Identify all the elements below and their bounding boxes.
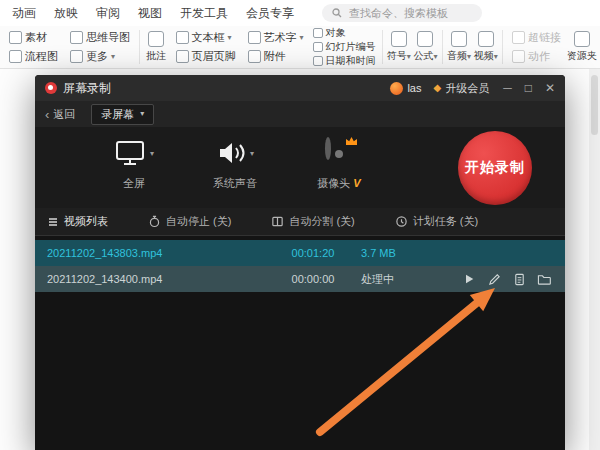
recorder-titlebar: 屏幕录制 las ◆ 升级会员 ─ □ ✕ — [35, 75, 565, 101]
vertical-scrollbar[interactable] — [589, 69, 600, 450]
file-button[interactable] — [511, 271, 527, 287]
delete-button[interactable] — [561, 271, 565, 287]
mindmap-icon — [70, 31, 83, 44]
chevron-down-icon: ▾ — [300, 34, 304, 42]
video-row-selected[interactable]: 20211202_143803.mp4 00:01:20 3.7 MB — [35, 240, 565, 266]
formula-icon — [417, 31, 433, 47]
play-button[interactable] — [461, 271, 477, 287]
ribbon-formula-button[interactable]: 公式▾ — [412, 27, 439, 67]
ribbon-material-button[interactable]: 素材 — [6, 29, 61, 46]
tab-video-list[interactable]: 视频列表 — [47, 214, 108, 229]
tab-auto-stop[interactable]: 自动停止 (关) — [148, 214, 231, 229]
slide-number-icon — [313, 42, 323, 52]
start-record-button[interactable]: 开始录制 — [458, 131, 532, 205]
close-button[interactable]: ✕ — [545, 82, 555, 94]
tab-scheduled-task[interactable]: 计划任务 (关) — [395, 214, 478, 229]
menu-devtools[interactable]: 开发工具 — [180, 5, 228, 22]
ribbon-attachment-button[interactable]: 附件 — [245, 48, 307, 65]
chevron-down-icon: ▾ — [228, 34, 232, 42]
recorder-options: ▾ 全屏 ▾ 系统声音 — [35, 128, 565, 208]
record-mode-dropdown[interactable]: 录屏幕 ▾ — [91, 104, 154, 125]
ribbon-flowchart-button[interactable]: 流程图 — [6, 48, 61, 65]
action-icon — [512, 50, 525, 63]
recorder-logo-icon — [45, 82, 57, 94]
ribbon-datetime-button[interactable]: 日期和时间 — [313, 55, 376, 67]
scrollbar-thumb[interactable] — [591, 75, 598, 135]
speaker-icon — [216, 140, 246, 166]
trash-icon — [563, 273, 566, 286]
video-list: 20211202_143803.mp4 00:01:20 3.7 MB 2021… — [35, 236, 565, 450]
ribbon-textbox-button[interactable]: 文本框 ▾ — [173, 29, 239, 46]
list-icon — [47, 216, 59, 228]
ribbon-video-button[interactable]: 视频▾ — [472, 27, 499, 67]
tab-auto-split[interactable]: 自动分割 (关) — [271, 214, 354, 229]
brand-text: las — [407, 82, 421, 94]
gem-icon: ◆ — [433, 83, 441, 93]
brand-badge: las — [390, 82, 421, 95]
ribbon-symbol-button[interactable]: 符号▾ — [385, 27, 412, 67]
resources-folder-icon — [574, 31, 590, 47]
ribbon-mindmap-button[interactable]: 思维导图 — [67, 29, 133, 46]
menu-slideshow[interactable]: 放映 — [54, 5, 78, 22]
video-duration: 00:01:20 — [265, 247, 361, 259]
camera-option[interactable]: 摄像头 V — [297, 140, 381, 191]
textbox-icon — [176, 31, 189, 44]
datetime-icon — [313, 56, 323, 66]
system-sound-option[interactable]: ▾ 系统声音 — [193, 140, 277, 191]
search-input[interactable] — [347, 6, 471, 20]
minimize-button[interactable]: ─ — [503, 82, 512, 94]
ribbon-object-button[interactable]: 对象 — [313, 27, 376, 39]
ribbon-comment-button[interactable]: 批注 — [143, 27, 170, 67]
vip-crown-icon — [345, 136, 358, 146]
recorder-navbar: ‹ 返回 录屏幕 ▾ — [35, 101, 565, 128]
vip-mark: V — [353, 177, 360, 189]
symbol-icon — [391, 31, 407, 47]
upgrade-membership-button[interactable]: ◆ 升级会员 — [433, 81, 489, 96]
maximize-button[interactable]: □ — [525, 82, 532, 94]
ribbon-divider — [382, 30, 383, 64]
pencil-icon — [488, 273, 501, 286]
ribbon-audio-button[interactable]: 音频▾ — [446, 27, 473, 67]
ribbon-divider — [442, 30, 443, 64]
flowchart-icon — [9, 50, 22, 63]
comment-icon — [148, 31, 164, 47]
menu-review[interactable]: 审阅 — [96, 5, 120, 22]
video-status: 处理中 — [361, 272, 461, 287]
clock-icon — [395, 215, 408, 228]
video-row[interactable]: 20211202_143400.mp4 00:00:00 处理中 — [35, 266, 565, 292]
menu-view[interactable]: 视图 — [138, 5, 162, 22]
play-icon — [463, 273, 475, 285]
video-icon — [478, 31, 494, 47]
recorder-title: 屏幕录制 — [63, 80, 111, 97]
menu-animation[interactable]: 动画 — [12, 5, 36, 22]
edit-button[interactable] — [486, 271, 502, 287]
file-icon — [513, 273, 526, 286]
attachment-icon — [248, 50, 261, 63]
fullscreen-option[interactable]: ▾ 全屏 — [95, 140, 173, 191]
screen-recorder-window: 屏幕录制 las ◆ 升级会员 ─ □ ✕ ‹ 返回 录屏幕 — [35, 75, 565, 450]
ribbon-resources-button[interactable]: 资源夹 — [567, 27, 597, 67]
video-filename: 20211202_143400.mp4 — [35, 273, 265, 285]
back-button[interactable]: ‹ 返回 — [45, 107, 75, 122]
ribbon-hyperlink-button[interactable]: 超链接 — [509, 29, 564, 46]
chevron-down-icon: ▾ — [140, 110, 144, 118]
ribbon-toolbar: 素材 流程图 思维导图 更多 ▾ 批注 — [0, 26, 600, 69]
ribbon-wordart-button[interactable]: 艺术字 ▾ — [245, 29, 307, 46]
ribbon-header-footer-button[interactable]: 页眉页脚 — [173, 48, 239, 65]
brand-flame-icon — [390, 82, 403, 95]
chevron-down-icon: ▾ — [250, 150, 254, 158]
more-icon — [70, 50, 83, 63]
chevron-left-icon: ‹ — [45, 108, 49, 121]
chevron-down-icon: ▾ — [407, 52, 411, 61]
chevron-down-icon: ▾ — [467, 52, 471, 61]
split-icon — [271, 215, 284, 228]
open-folder-button[interactable] — [536, 271, 552, 287]
recorder-tabsbar: 视频列表 自动停止 (关) 自动分割 (关) — [35, 208, 565, 236]
search-icon — [332, 8, 342, 18]
ribbon-more-button[interactable]: 更多 ▾ — [67, 48, 133, 65]
command-search[interactable] — [322, 4, 482, 22]
ribbon-slide-number-button[interactable]: 幻灯片编号 — [313, 41, 376, 53]
menu-membership[interactable]: 会员专享 — [246, 5, 294, 22]
webcam-icon — [325, 140, 353, 168]
ribbon-action-button[interactable]: 动作 — [509, 48, 564, 65]
